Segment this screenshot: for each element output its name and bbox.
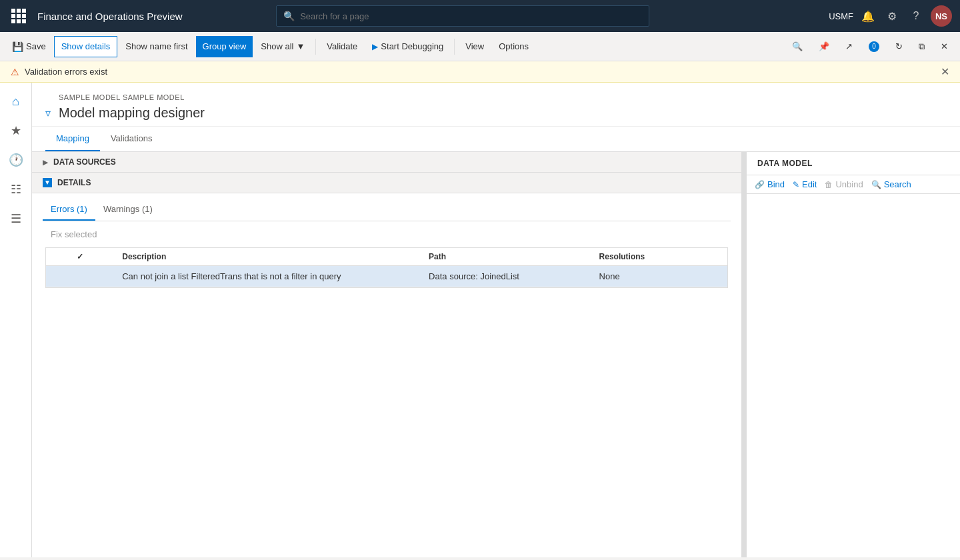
app-grid-icon[interactable] (8, 5, 29, 27)
sidebar-icon-recent[interactable]: 🕐 (3, 147, 29, 173)
show-all-button[interactable]: Show all ▼ (254, 36, 311, 57)
close-icon[interactable]: ✕ (934, 36, 955, 57)
edit-icon: ✎ (793, 180, 799, 189)
tab-validations[interactable]: Validations (100, 127, 163, 151)
edit-button[interactable]: ✎ Edit (793, 179, 817, 189)
pin-icon[interactable]: 📌 (812, 36, 836, 57)
save-icon: 💾 (12, 41, 23, 52)
breadcrumb: SAMPLE MODEL SAMPLE MODEL (59, 93, 205, 101)
errors-table-head: ✓ Description Path Resolutions (46, 248, 727, 266)
chevron-down-icon: ▼ (296, 41, 305, 51)
separator-2 (454, 39, 455, 55)
search-button[interactable]: 🔍 Search (871, 179, 911, 189)
view-button[interactable]: View (459, 36, 491, 57)
data-sources-label: DATA SOURCES (53, 157, 116, 167)
help-icon[interactable]: ? (907, 7, 925, 25)
errors-table-container: ✓ Description Path Resolutions (45, 247, 728, 288)
search-cmd-icon[interactable]: 🔍 (785, 36, 809, 57)
table-row[interactable]: Can not join a list FilteredTrans that i… (46, 266, 727, 287)
warnings-tab[interactable]: Warnings (1) (95, 199, 161, 221)
col-check: ✓ (46, 248, 114, 266)
data-sources-header[interactable]: ▶ DATA SOURCES (32, 152, 741, 173)
save-button[interactable]: 💾 Save (5, 36, 53, 57)
unbind-button[interactable]: 🗑 Unbind (825, 179, 863, 189)
app-title: Finance and Operations Preview (37, 11, 183, 22)
search-icon: 🔍 (283, 11, 295, 21)
sidebar-icon-favorites[interactable]: ★ (3, 117, 29, 144)
errors-table-body: Can not join a list FilteredTrans that i… (46, 266, 727, 287)
content-area: ▿ SAMPLE MODEL SAMPLE MODEL Model mappin… (32, 83, 960, 557)
warning-icon: ⚠ (11, 67, 19, 77)
settings-icon[interactable]: ⚙ (883, 7, 901, 25)
expand-right-icon: ▶ (43, 159, 48, 166)
open-new-icon[interactable]: ⧉ (912, 36, 931, 57)
top-nav-right: USMF 🔔 ⚙ ? NS (829, 5, 952, 27)
expand-icon[interactable]: ↗ (839, 36, 859, 57)
sidebar-icon-home[interactable]: ⌂ (3, 88, 29, 115)
notification-icon[interactable]: 🔔 (859, 7, 877, 25)
row-resolution: None (591, 266, 727, 287)
refresh-icon[interactable]: ↻ (889, 36, 909, 57)
details-label: DETAILS (57, 178, 91, 187)
show-name-first-button[interactable]: Show name first (119, 36, 194, 57)
errors-table: ✓ Description Path Resolutions (46, 248, 727, 287)
page-header: ▿ SAMPLE MODEL SAMPLE MODEL Model mappin… (32, 83, 960, 127)
collapse-icon: ▼ (43, 178, 52, 187)
fix-selected-button[interactable]: Fix selected (43, 227, 105, 242)
show-details-button[interactable]: Show details (54, 36, 118, 57)
sidebar-icon-modules[interactable]: ☰ (3, 205, 29, 232)
unbind-icon: 🗑 (825, 180, 833, 189)
search-dm-icon: 🔍 (871, 180, 881, 189)
main-layout: ⌂ ★ 🕐 ☷ ☰ ▿ SAMPLE MODEL SAMPLE MODEL Mo… (0, 83, 960, 557)
search-input[interactable] (300, 11, 642, 21)
validate-button[interactable]: Validate (320, 36, 364, 57)
options-button[interactable]: Options (492, 36, 535, 57)
data-model-header: DATA MODEL (747, 152, 960, 175)
debug-icon: ▶ (372, 42, 378, 51)
sidebar: ⌂ ★ 🕐 ☷ ☰ (0, 83, 32, 557)
bind-button[interactable]: 🔗 Bind (755, 179, 785, 189)
details-section: ▼ DETAILS Errors (1) Warnings (1) Fix se… (32, 173, 741, 293)
col-description: Description (114, 248, 421, 266)
bind-icon: 🔗 (755, 180, 765, 189)
global-search-bar[interactable]: 🔍 (276, 5, 649, 27)
page-tabs: Mapping Validations (32, 127, 960, 152)
validation-message: Validation errors exist (25, 67, 107, 77)
left-panel: ▶ DATA SOURCES ▼ DETAILS Errors (1) Warn… (32, 152, 744, 557)
details-section-header[interactable]: ▼ DETAILS (32, 173, 741, 193)
row-check (46, 266, 114, 287)
details-body: Errors (1) Warnings (1) Fix selected (32, 193, 741, 293)
command-bar: 💾 Save Show details Show name first Grou… (0, 32, 960, 61)
notifications-badge[interactable]: 0 (862, 36, 886, 57)
details-tabs: Errors (1) Warnings (1) (43, 199, 731, 221)
sidebar-icon-workspaces[interactable]: ☷ (3, 176, 29, 203)
validation-banner: ⚠ Validation errors exist ✕ (0, 61, 960, 83)
right-panel: DATA MODEL 🔗 Bind ✎ Edit 🗑 Unbind (747, 152, 960, 557)
col-resolutions: Resolutions (591, 248, 727, 266)
page-title: Model mapping designer (59, 105, 205, 121)
data-model-toolbar: 🔗 Bind ✎ Edit 🗑 Unbind 🔍 Search (747, 175, 960, 194)
errors-tab[interactable]: Errors (1) (43, 199, 95, 221)
filter-icon[interactable]: ▿ (45, 107, 51, 119)
group-view-button[interactable]: Group view (196, 36, 253, 57)
col-path: Path (421, 248, 591, 266)
user-label: USMF (829, 11, 853, 21)
row-description: Can not join a list FilteredTrans that i… (114, 266, 421, 287)
top-nav: Finance and Operations Preview 🔍 USMF 🔔 … (0, 0, 960, 32)
separator-1 (315, 39, 316, 55)
row-path: Data source: JoinedList (421, 266, 591, 287)
tab-mapping[interactable]: Mapping (45, 127, 100, 151)
start-debugging-button[interactable]: ▶ Start Debugging (365, 36, 450, 57)
banner-close-button[interactable]: ✕ (941, 65, 949, 78)
avatar[interactable]: NS (931, 5, 952, 27)
designer-area: ▶ DATA SOURCES ▼ DETAILS Errors (1) Warn… (32, 152, 960, 557)
